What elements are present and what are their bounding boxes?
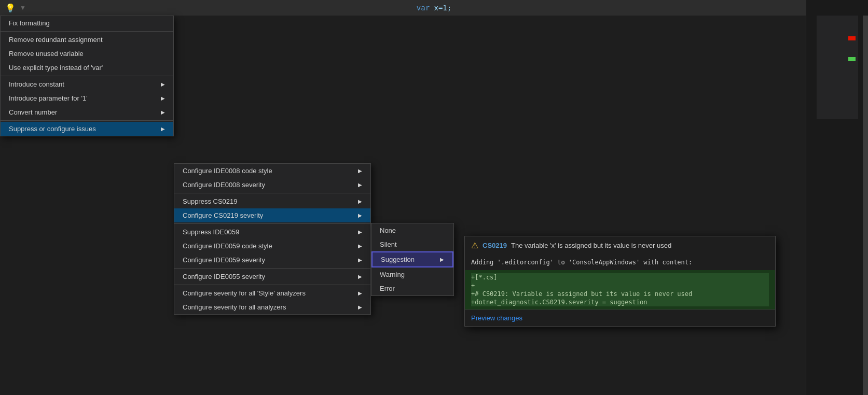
menu-label: None bbox=[380, 227, 396, 234]
minimap-content bbox=[817, 16, 858, 119]
preview-description: Adding '.editorconfig' to 'ConsoleAppWin… bbox=[465, 255, 775, 270]
lightbulb-icon[interactable]: 💡 bbox=[5, 3, 16, 13]
arrow-icon: ▶ bbox=[161, 81, 165, 87]
diff-line-4: +dotnet_diagnostic.CS0219.severity = sug… bbox=[471, 298, 769, 306]
menu-item-config-cs0219-severity[interactable]: Configure CS0219 severity ▶ bbox=[174, 208, 370, 222]
menu-label: Warning bbox=[380, 271, 405, 278]
menu-item-use-explicit[interactable]: Use explicit type instead of 'var' bbox=[1, 61, 173, 75]
preview-changes-link[interactable]: Preview changes bbox=[471, 314, 522, 322]
menu-label: Introduce parameter for '1' bbox=[9, 94, 88, 102]
arrow-icon: ▶ bbox=[358, 304, 362, 310]
menu-label: Suppress or configure issues bbox=[9, 125, 96, 133]
menu-item-suppress-cs0219[interactable]: Suppress CS0219 ▶ bbox=[174, 194, 370, 208]
menu-label: Error bbox=[380, 285, 395, 292]
minimap-scrollbar[interactable] bbox=[863, 16, 868, 395]
context-menu-level3: None Silent Suggestion ▶ Warning Error bbox=[371, 223, 454, 296]
diff-line-2: + bbox=[471, 281, 769, 290]
menu-item-config-ide0059-style[interactable]: Configure IDE0059 code style ▶ bbox=[174, 239, 370, 253]
arrow-icon: ▶ bbox=[358, 213, 362, 218]
arrow-icon: ▶ bbox=[161, 109, 165, 115]
diff-line-3: +# CS0219: Variable is assigned but its … bbox=[471, 290, 769, 298]
preview-diff-block: +[*.cs] + +# CS0219: Variable is assigne… bbox=[465, 270, 775, 309]
arrow-icon: ▶ bbox=[358, 274, 362, 279]
menu-item-warning[interactable]: Warning bbox=[371, 267, 453, 281]
menu-label: Suppress CS0219 bbox=[183, 198, 238, 205]
editor-minimap bbox=[806, 0, 868, 395]
menu-label: Configure IDE0055 severity bbox=[183, 273, 265, 280]
menu-label: Use explicit type instead of 'var' bbox=[9, 64, 103, 72]
separator bbox=[1, 31, 173, 32]
menu-label: Suppress IDE0059 bbox=[183, 228, 239, 236]
menu-label: Fix formatting bbox=[9, 19, 50, 27]
menu-item-none[interactable]: None bbox=[371, 223, 453, 237]
menu-item-suppress-ide0059[interactable]: Suppress IDE0059 ▶ bbox=[174, 225, 370, 239]
arrow-icon: ▶ bbox=[358, 257, 362, 263]
menu-item-error[interactable]: Error bbox=[371, 281, 453, 295]
menu-item-config-ide0059-severity[interactable]: Configure IDE0059 severity ▶ bbox=[174, 253, 370, 267]
menu-item-suggestion[interactable]: Suggestion ▶ bbox=[371, 251, 453, 267]
menu-label: Configure CS0219 severity bbox=[183, 211, 263, 219]
menu-item-silent[interactable]: Silent bbox=[371, 237, 453, 251]
menu-item-config-ide0008-severity[interactable]: Configure IDE0008 severity ▶ bbox=[174, 178, 370, 192]
arrow-icon: ▶ bbox=[358, 243, 362, 249]
menu-item-introduce-constant[interactable]: Introduce constant ▶ bbox=[1, 77, 173, 91]
menu-item-remove-unused[interactable]: Remove unused variable bbox=[1, 47, 173, 61]
separator bbox=[1, 76, 173, 76]
menu-item-introduce-parameter[interactable]: Introduce parameter for '1' ▶ bbox=[1, 91, 173, 105]
minimap-ok-marker bbox=[848, 57, 856, 61]
menu-label: Introduce constant bbox=[9, 80, 64, 88]
dropdown-arrow[interactable]: ▼ bbox=[20, 4, 26, 11]
preview-header: ⚠ CS0219 The variable 'x' is assigned bu… bbox=[465, 236, 775, 255]
cs-code: CS0219 bbox=[483, 242, 507, 249]
editor-code: var x=1; bbox=[417, 4, 451, 12]
arrow-icon: ▶ bbox=[440, 257, 444, 262]
menu-item-config-ide0055-severity[interactable]: Configure IDE0055 severity ▶ bbox=[174, 270, 370, 284]
menu-item-suppress-configure[interactable]: Suppress or configure issues ▶ bbox=[1, 122, 173, 136]
context-menu-level2: Configure IDE0008 code style ▶ Configure… bbox=[174, 163, 371, 315]
menu-label: Configure IDE0059 code style bbox=[183, 242, 272, 250]
arrow-icon: ▶ bbox=[358, 168, 362, 174]
code-rest: x=1; bbox=[434, 4, 452, 12]
menu-label: Convert number bbox=[9, 108, 57, 116]
menu-label: Configure IDE0008 severity bbox=[183, 181, 265, 189]
separator bbox=[174, 285, 370, 285]
preview-popup: ⚠ CS0219 The variable 'x' is assigned bu… bbox=[464, 236, 776, 327]
menu-label: Suggestion bbox=[381, 256, 415, 263]
context-menu-level1: Fix formatting Remove redundant assignme… bbox=[0, 16, 174, 136]
preview-footer: Preview changes bbox=[465, 309, 775, 326]
menu-item-convert-number[interactable]: Convert number ▶ bbox=[1, 105, 173, 119]
separator bbox=[174, 223, 370, 224]
arrow-icon: ▶ bbox=[358, 199, 362, 204]
minimap-error-marker bbox=[848, 36, 856, 40]
arrow-icon: ▶ bbox=[161, 126, 165, 132]
menu-label: Remove redundant assignment bbox=[9, 36, 103, 44]
menu-item-remove-redundant[interactable]: Remove redundant assignment bbox=[1, 33, 173, 47]
menu-label: Remove unused variable bbox=[9, 50, 84, 58]
arrow-icon: ▶ bbox=[161, 95, 165, 101]
menu-item-fix-formatting[interactable]: Fix formatting bbox=[1, 16, 173, 30]
separator bbox=[174, 268, 370, 269]
menu-label: Configure IDE0008 code style bbox=[183, 167, 272, 175]
keyword-var: var bbox=[417, 4, 430, 12]
warning-icon: ⚠ bbox=[471, 241, 478, 250]
menu-label: Configure severity for all analyzers bbox=[183, 303, 286, 311]
arrow-icon: ▶ bbox=[358, 290, 362, 296]
menu-item-config-ide0008-style[interactable]: Configure IDE0008 code style ▶ bbox=[174, 164, 370, 178]
diff-line-1: +[*.cs] bbox=[471, 273, 769, 281]
menu-label: Configure severity for all 'Style' analy… bbox=[183, 289, 306, 297]
separator bbox=[1, 120, 173, 121]
menu-label: Silent bbox=[380, 241, 397, 248]
menu-item-config-style-analyzers[interactable]: Configure severity for all 'Style' analy… bbox=[174, 286, 370, 300]
arrow-icon: ▶ bbox=[358, 229, 362, 235]
separator bbox=[174, 193, 370, 193]
editor-bar: 💡 ▼ var x=1; bbox=[0, 0, 868, 16]
preview-title: The variable 'x' is assigned but its val… bbox=[511, 242, 671, 249]
menu-label: Configure IDE0059 severity bbox=[183, 256, 265, 264]
arrow-icon: ▶ bbox=[358, 182, 362, 188]
menu-item-config-all-analyzers[interactable]: Configure severity for all analyzers ▶ bbox=[174, 300, 370, 314]
